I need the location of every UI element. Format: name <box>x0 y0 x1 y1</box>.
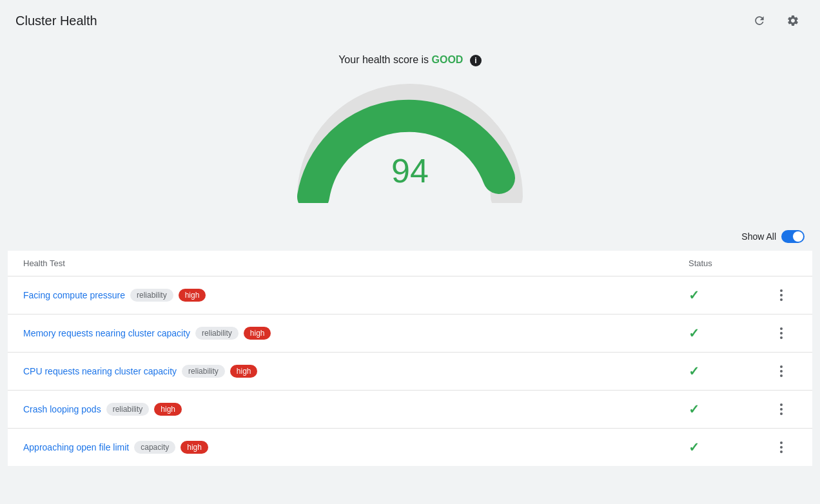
test-name-link[interactable]: Memory requests nearing cluster capacity <box>23 328 190 338</box>
test-name-link[interactable]: Approaching open file limit <box>23 442 129 452</box>
check-icon: ✓ <box>688 402 699 417</box>
check-icon: ✓ <box>688 287 699 303</box>
more-options-button[interactable] <box>775 363 788 380</box>
row-status-cell: ✓ <box>688 402 766 417</box>
dot <box>780 374 783 377</box>
show-all-row: Show All <box>0 222 820 251</box>
table-header: Health Test Status <box>8 251 812 276</box>
dot <box>780 294 783 296</box>
test-name-link[interactable]: Crash looping pods <box>23 404 101 414</box>
show-all-toggle[interactable] <box>781 230 805 243</box>
row-status-cell: ✓ <box>688 363 766 379</box>
category-badge: reliability <box>130 289 173 302</box>
row-menu-cell <box>766 363 797 380</box>
dot <box>780 298 783 301</box>
gauge-container: 94 <box>288 74 532 203</box>
gauge-score: 94 <box>391 151 429 190</box>
more-options-button[interactable] <box>775 325 788 342</box>
check-icon: ✓ <box>688 363 699 379</box>
row-menu-cell <box>766 439 797 456</box>
row-status-cell: ✓ <box>688 287 766 303</box>
severity-badge: high <box>230 365 258 378</box>
severity-badge: high <box>181 441 208 454</box>
row-test-cell: Crash looping pods reliability high <box>23 403 688 416</box>
health-table: Health Test Status Facing compute pressu… <box>8 251 812 466</box>
refresh-button[interactable] <box>748 9 771 32</box>
check-icon: ✓ <box>688 325 699 341</box>
dot <box>780 332 783 334</box>
more-options-button[interactable] <box>775 401 788 418</box>
dot <box>780 441 783 444</box>
table-row: Approaching open file limit capacity hig… <box>8 429 812 466</box>
test-name-link[interactable]: CPU requests nearing cluster capacity <box>23 366 177 376</box>
row-status-cell: ✓ <box>688 440 766 455</box>
dot <box>780 327 783 330</box>
col-status-header: Status <box>688 258 766 268</box>
row-test-cell: Facing compute pressure reliability high <box>23 289 688 302</box>
row-status-cell: ✓ <box>688 325 766 341</box>
dot <box>780 446 783 449</box>
dot <box>780 403 783 406</box>
severity-badge: high <box>244 327 271 340</box>
dot <box>780 412 783 415</box>
row-menu-cell <box>766 287 797 304</box>
more-options-button[interactable] <box>775 287 788 304</box>
check-icon: ✓ <box>688 440 699 455</box>
row-menu-cell <box>766 325 797 342</box>
category-badge: capacity <box>134 441 175 454</box>
header: Cluster Health <box>0 0 820 41</box>
score-label: Your health score is GOOD i <box>338 54 482 66</box>
table-row: Memory requests nearing cluster capacity… <box>8 315 812 353</box>
settings-button[interactable] <box>781 9 805 32</box>
dot <box>780 451 783 453</box>
table-row: Facing compute pressure reliability high… <box>8 276 812 315</box>
table-row: Crash looping pods reliability high ✓ <box>8 391 812 429</box>
dot <box>780 289 783 292</box>
col-test-header: Health Test <box>23 258 688 268</box>
show-all-label: Show All <box>741 231 776 242</box>
table-row: CPU requests nearing cluster capacity re… <box>8 353 812 391</box>
score-section: Your health score is GOOD i 94 <box>0 41 820 222</box>
test-name-link[interactable]: Facing compute pressure <box>23 290 125 300</box>
dot <box>780 370 783 373</box>
dot <box>780 365 783 368</box>
category-badge: reliability <box>195 327 239 340</box>
dot <box>780 408 783 411</box>
category-badge: reliability <box>106 403 150 416</box>
row-test-cell: Memory requests nearing cluster capacity… <box>23 327 688 340</box>
refresh-icon <box>753 14 766 27</box>
row-test-cell: CPU requests nearing cluster capacity re… <box>23 365 688 378</box>
dot <box>780 336 783 339</box>
score-status: GOOD <box>432 54 464 65</box>
row-test-cell: Approaching open file limit capacity hig… <box>23 441 688 454</box>
severity-badge: high <box>154 403 182 416</box>
page-title: Cluster Health <box>15 14 97 28</box>
header-icons <box>748 9 805 32</box>
category-badge: reliability <box>182 365 225 378</box>
score-label-prefix: Your health score is <box>338 54 429 65</box>
severity-badge: high <box>179 289 206 302</box>
row-menu-cell <box>766 401 797 418</box>
info-icon[interactable]: i <box>470 55 482 66</box>
settings-icon <box>786 14 799 27</box>
more-options-button[interactable] <box>775 439 788 456</box>
